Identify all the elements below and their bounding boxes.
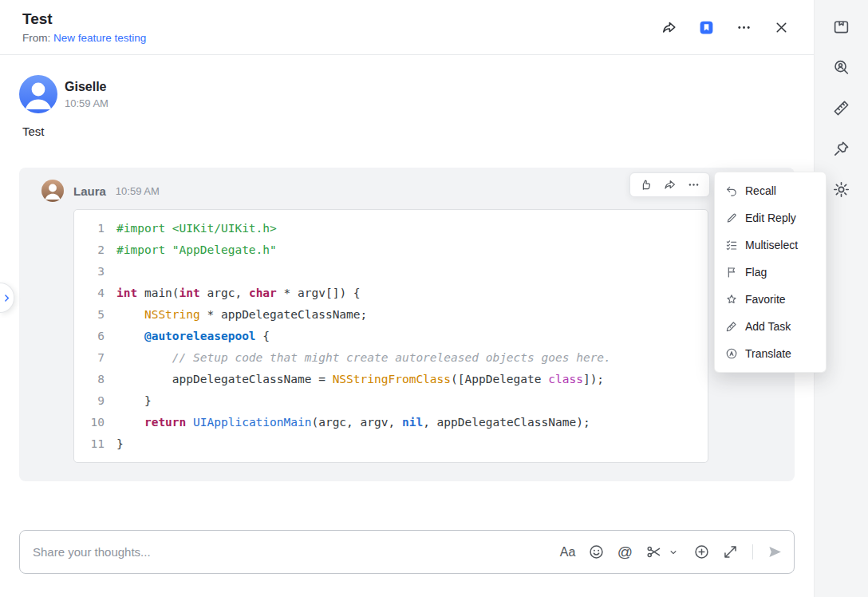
menu-item-translate[interactable]: Translate xyxy=(715,340,826,367)
message-timestamp: 10:59 AM xyxy=(65,97,108,109)
send-icon[interactable] xyxy=(767,544,783,561)
more-icon[interactable] xyxy=(687,178,700,192)
line-number: 7 xyxy=(87,347,105,369)
code-text: } xyxy=(116,390,152,412)
root-message-text: Test xyxy=(22,125,45,138)
settings-gear-icon[interactable] xyxy=(832,180,851,199)
menu-item-flag[interactable]: Flag xyxy=(715,259,826,286)
menu-item-add-task[interactable]: Add Task xyxy=(715,313,826,340)
avatar[interactable] xyxy=(41,180,64,202)
thread-header: Test From: New feature testing xyxy=(0,0,814,55)
menu-item-label: Add Task xyxy=(745,320,791,333)
line-number: 3 xyxy=(87,261,105,283)
share-icon[interactable] xyxy=(658,17,679,38)
flag-icon xyxy=(725,266,738,279)
from-label: From: xyxy=(22,32,50,44)
divider xyxy=(752,544,753,559)
plus-circle-icon[interactable] xyxy=(693,544,710,561)
menu-item-label: Flag xyxy=(745,266,767,279)
code-line: 1#import <UIKit/UIKit.h> xyxy=(87,218,695,239)
line-number: 9 xyxy=(87,390,105,412)
line-number: 8 xyxy=(87,369,105,390)
code-text: int main(int argc, char * argv[]) { xyxy=(116,283,361,304)
menu-item-label: Edit Reply xyxy=(745,212,796,224)
line-number: 1 xyxy=(87,218,105,239)
code-line: 6 @autoreleasepool { xyxy=(87,326,695,347)
menu-item-label: Translate xyxy=(745,347,791,360)
menu-item-label: Favorite xyxy=(745,293,786,306)
menu-item-label: Recall xyxy=(745,184,776,197)
bookmark-box-icon[interactable] xyxy=(832,17,851,36)
line-number: 5 xyxy=(87,304,105,326)
recall-icon xyxy=(725,184,738,197)
close-icon[interactable] xyxy=(771,17,791,38)
line-number: 11 xyxy=(87,433,105,455)
code-line: 9 } xyxy=(87,390,695,412)
code-line: 8 appDelegateClassName = NSStringFromCla… xyxy=(87,369,695,390)
edit-icon xyxy=(725,212,738,224)
chevron-right-icon xyxy=(2,293,12,303)
code-block: 1#import <UIKit/UIKit.h>2#import "AppDel… xyxy=(73,209,708,463)
code-text: // Setup code that might create autorele… xyxy=(116,347,611,369)
bookmark-saved-icon[interactable] xyxy=(696,17,716,38)
message-timestamp: 10:59 AM xyxy=(116,185,160,197)
line-number: 6 xyxy=(87,326,105,347)
thumbs-up-icon[interactable] xyxy=(639,178,653,192)
font-size-icon[interactable]: Aa xyxy=(559,544,576,561)
expand-icon[interactable] xyxy=(722,544,739,561)
reply-message-card: Laura 10:59 AM 1#import <UIKit/UIKit.h>2… xyxy=(19,168,795,481)
translate-icon xyxy=(725,347,738,360)
menu-item-multiselect[interactable]: Multiselect xyxy=(715,231,826,259)
line-number: 2 xyxy=(87,239,105,261)
more-icon[interactable] xyxy=(733,17,754,38)
scissors-icon[interactable] xyxy=(645,544,662,561)
message-hover-toolbar xyxy=(629,172,710,197)
reply-header: Laura 10:59 AM xyxy=(41,180,160,202)
code-line: 10 return UIApplicationMain(argc, argv, … xyxy=(87,412,695,433)
code-text: return UIApplicationMain(argc, argv, nil… xyxy=(116,412,590,433)
menu-item-label: Multiselect xyxy=(745,239,798,251)
forward-icon[interactable] xyxy=(663,178,677,192)
message-composer: Aa @ xyxy=(19,530,795,574)
screenshot-tool[interactable] xyxy=(645,544,681,561)
source-chat-link[interactable]: New feature testing xyxy=(53,32,146,44)
line-number: 10 xyxy=(87,412,105,433)
sender-name: Giselle xyxy=(65,80,108,94)
multiselect-icon xyxy=(725,239,738,251)
mention-icon[interactable]: @ xyxy=(617,544,633,561)
avatar[interactable] xyxy=(19,75,57,113)
code-text: @autoreleasepool { xyxy=(116,326,270,347)
code-text: appDelegateClassName = NSStringFromClass… xyxy=(116,369,604,390)
root-message-header: Giselle 10:59 AM xyxy=(19,75,108,113)
code-text: NSString * appDelegateClassName; xyxy=(116,304,367,326)
code-line: 3 xyxy=(87,261,695,283)
composer-toolbar: Aa @ xyxy=(559,544,783,561)
add-task-icon xyxy=(725,320,738,333)
code-text: } xyxy=(116,433,124,455)
thread-panel: Test From: New feature testing xyxy=(0,0,868,597)
emoji-icon[interactable] xyxy=(588,544,605,561)
line-number: 4 xyxy=(87,283,105,304)
message-input[interactable] xyxy=(33,545,551,559)
ruler-icon[interactable] xyxy=(832,98,851,117)
member-search-icon[interactable] xyxy=(832,57,851,77)
code-lines: 1#import <UIKit/UIKit.h>2#import "AppDel… xyxy=(87,218,695,455)
menu-item-recall[interactable]: Recall xyxy=(715,177,826,204)
code-line: 5 NSString * appDelegateClassName; xyxy=(87,304,695,326)
code-line: 4int main(int argc, char * argv[]) { xyxy=(87,283,695,304)
menu-item-favorite[interactable]: Favorite xyxy=(715,286,826,313)
code-text: #import "AppDelegate.h" xyxy=(116,239,277,261)
thread-source: From: New feature testing xyxy=(22,32,146,44)
page-title: Test xyxy=(22,10,146,28)
sender-name: Laura xyxy=(73,184,106,198)
menu-item-edit-reply[interactable]: Edit Reply xyxy=(715,204,826,231)
star-icon xyxy=(725,293,738,306)
code-text: #import <UIKit/UIKit.h> xyxy=(116,218,277,239)
thread-main: Test From: New feature testing xyxy=(0,0,814,597)
message-context-menu: Recall Edit Reply Multiselect Flag Favor… xyxy=(714,172,827,373)
code-line: 11} xyxy=(87,433,695,455)
code-line: 7 // Setup code that might create autore… xyxy=(87,347,695,369)
chevron-down-icon[interactable] xyxy=(665,544,681,561)
code-line: 2#import "AppDelegate.h" xyxy=(87,239,695,261)
pin-icon[interactable] xyxy=(832,139,851,158)
